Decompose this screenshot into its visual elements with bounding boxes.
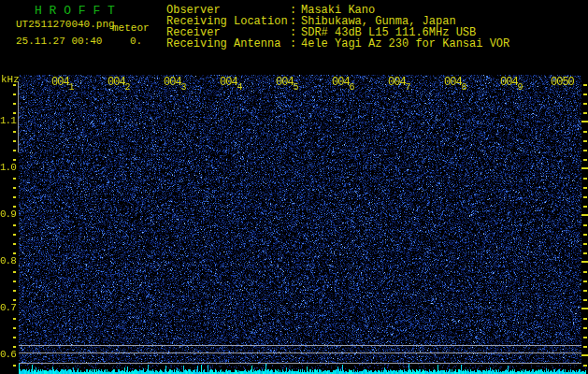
- time-tick-label: 0041: [51, 76, 74, 89]
- freq-tick-left: [13, 103, 16, 105]
- freq-tick-left: [13, 178, 16, 180]
- freq-tick-left: [13, 252, 16, 254]
- freq-tick-left: [13, 327, 16, 329]
- freq-tick-right-major: [581, 308, 588, 309]
- timestamp: 25.11.27 00:40: [16, 36, 102, 47]
- freq-tick-right: [583, 299, 587, 301]
- freq-tick-right: [583, 318, 587, 320]
- freq-tick-left: [13, 84, 16, 86]
- freq-tick-left: [13, 346, 16, 348]
- freq-tick-left: [13, 140, 16, 142]
- freq-tick-right: [583, 84, 587, 86]
- freq-tick-right-major: [581, 167, 588, 169]
- mode-label: meteor: [112, 22, 150, 34]
- freq-tick-right: [583, 206, 587, 208]
- freq-tick-right: [583, 327, 587, 329]
- info-row-antenna: Receiving Antenna:4ele Yagi Az 230 for K…: [166, 38, 509, 50]
- freq-tick-right-major: [581, 261, 588, 263]
- freq-tick-left: [13, 243, 16, 245]
- time-tick-label: 0047: [388, 76, 410, 89]
- time-tick-label: 0044: [220, 76, 242, 89]
- freq-tick-left: [13, 271, 16, 273]
- freq-tick-right: [583, 159, 587, 161]
- freq-tick-left: [13, 206, 16, 208]
- freq-tick-right: [583, 150, 587, 151]
- freq-tick-left: [13, 112, 16, 114]
- freq-tick-left: [13, 196, 16, 198]
- freq-tick-left: [13, 337, 16, 338]
- time-tick-label: 0049: [500, 76, 523, 89]
- time-tick-label: 0045: [276, 76, 298, 89]
- freq-tick-right-major: [581, 121, 588, 122]
- info-value: 4ele Yagi Az 230 for Kansai VOR: [301, 38, 509, 50]
- time-tick-label: 0042: [108, 76, 130, 89]
- freq-tick-left: [13, 150, 16, 151]
- freq-tick-right: [583, 94, 587, 95]
- info-label: Receiving Antenna: [166, 38, 290, 50]
- freq-tick-right: [583, 103, 587, 105]
- freq-tick-left: [13, 234, 16, 236]
- freq-tick-left: [13, 187, 16, 189]
- freq-tick-right-major: [581, 354, 588, 356]
- freq-tick-left: [13, 224, 16, 226]
- freq-tick-right: [583, 337, 587, 338]
- echo-counter: 0.: [130, 36, 142, 47]
- freq-tick-right: [583, 365, 587, 367]
- hrofft-screen: H R O F F T UT2511270040.png meteor 25.1…: [0, 0, 588, 374]
- freq-tick-left: [13, 365, 16, 367]
- freq-tick-right: [583, 290, 587, 292]
- freq-tick-right: [583, 346, 587, 348]
- reference-line: [19, 352, 581, 353]
- freq-tick-left: [13, 159, 16, 161]
- freq-tick-label: 0.6: [0, 349, 18, 360]
- freq-tick-right: [583, 131, 587, 133]
- freq-tick-right: [583, 187, 587, 189]
- freq-tick-right: [583, 196, 587, 198]
- spectrogram-canvas: [19, 75, 581, 363]
- freq-tick-right: [583, 271, 587, 273]
- reference-line: [19, 363, 581, 364]
- time-tick-label: 0046: [332, 76, 354, 89]
- freq-tick-right: [583, 252, 587, 254]
- station-info: Observer:Masaki Kano Receiving Location:…: [166, 5, 509, 50]
- app-title: H R O F F T: [35, 4, 115, 18]
- freq-tick-right: [583, 178, 587, 180]
- signal-trace-canvas: [19, 364, 586, 374]
- freq-unit-label: kHz: [1, 74, 20, 85]
- freq-tick-label: 0.7: [0, 302, 18, 313]
- freq-tick-right: [583, 243, 587, 245]
- freq-tick-label: 0.8: [0, 255, 18, 266]
- freq-tick-right: [583, 140, 587, 142]
- freq-tick-left: [13, 290, 16, 292]
- freq-tick-left: [13, 94, 16, 95]
- freq-tick-label: 1.1: [0, 115, 18, 126]
- freq-tick-left: [13, 131, 16, 133]
- freq-tick-right: [583, 280, 587, 282]
- freq-tick-label: 1.0: [0, 162, 18, 173]
- freq-tick-right: [583, 224, 587, 226]
- time-tick-label: 0048: [444, 76, 466, 89]
- freq-tick-right: [583, 234, 587, 236]
- freq-tick-left: [13, 280, 16, 282]
- freq-tick-right: [583, 112, 587, 114]
- freq-tick-left: [13, 299, 16, 301]
- left-axis-line: [18, 81, 19, 152]
- freq-tick-label: 0.9: [0, 209, 18, 220]
- time-tick-label: 0043: [164, 76, 186, 89]
- freq-tick-right-major: [581, 214, 588, 216]
- time-tick-label: 0050: [551, 76, 574, 89]
- freq-tick-left: [13, 318, 16, 320]
- filename: UT2511270040.png: [16, 19, 115, 30]
- reference-line: [19, 345, 581, 346]
- colon: :: [290, 38, 301, 50]
